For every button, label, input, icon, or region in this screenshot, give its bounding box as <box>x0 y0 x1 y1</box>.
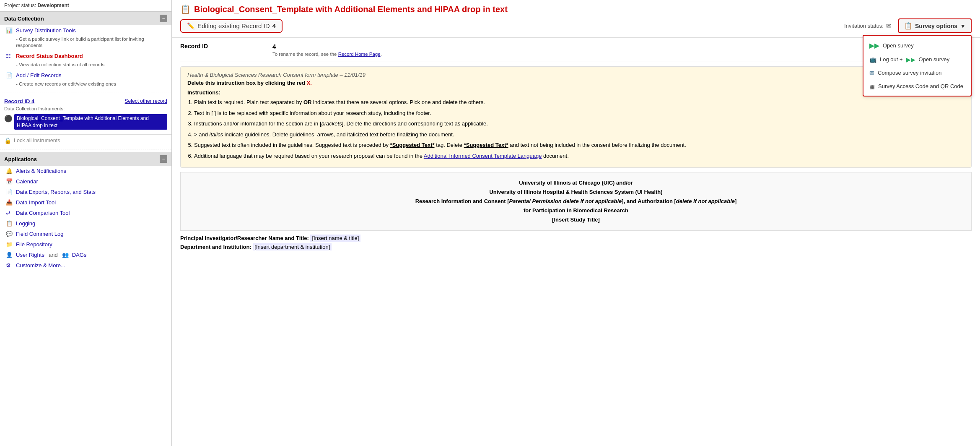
department-label: Department and Institution: <box>180 244 251 250</box>
sidebar-label-alerts: Alerts & Notifications <box>16 168 66 174</box>
collapse-data-collection-btn[interactable]: − <box>160 15 167 22</box>
dropdown-compose-invitation[interactable]: ✉ Compose survey invitation <box>863 66 971 80</box>
survey-distribution-icon: 📊 <box>6 27 13 34</box>
invitation-status-label: Invitation status: <box>844 23 884 29</box>
department-value: [Insert department & institution] <box>253 243 332 250</box>
data-collection-section: Data Collection − <box>0 11 171 25</box>
record-id-field-row: Record ID 4 To rename the record, see th… <box>180 38 972 62</box>
calendar-icon: 📅 <box>6 178 13 185</box>
list-item: Instructions and/or information for the … <box>194 120 964 128</box>
lock-instruments-btn[interactable]: 🔒 Lock all instruments <box>0 135 171 146</box>
project-status-value: Development <box>37 3 69 8</box>
sidebar-item-alerts[interactable]: 🔔 Alerts & Notifications <box>0 166 171 176</box>
select-other-record-link[interactable]: Select other record <box>125 98 167 104</box>
field-comment-icon: 💬 <box>6 231 13 237</box>
record-status-icon: ☷ <box>6 53 13 59</box>
sidebar-label-survey-distribution: Survey Distribution Tools <box>16 27 76 34</box>
sidebar-label-data-import: Data Import Tool <box>16 199 56 206</box>
dropdown-open-survey[interactable]: ▶▶ Open survey <box>863 38 971 53</box>
compose-invitation-label: Compose survey invitation <box>878 70 941 76</box>
form-title-text: Biological_Consent_Template with Additio… <box>194 5 508 14</box>
sidebar-item-user-rights[interactable]: 👤 User Rights and 👥 DAGs <box>0 250 171 260</box>
sidebar-item-survey-distribution[interactable]: 📊 Survey Distribution Tools <box>0 25 171 36</box>
sidebar-item-calendar[interactable]: 📅 Calendar <box>0 176 171 187</box>
university-line-3: Research Information and Consent [Parent… <box>187 197 964 206</box>
invitation-status: Invitation status: ✉ <box>844 22 892 30</box>
open-survey-label-2: Open survey <box>919 56 950 63</box>
and-label: and <box>49 252 58 258</box>
collapse-applications-btn[interactable]: − <box>160 155 167 163</box>
list-item: Additional language that may be required… <box>194 152 964 160</box>
survey-dropdown: ▶▶ Open survey 📺 Log out + ▶▶ Open surve… <box>863 35 972 97</box>
dags-icon: 👥 <box>62 252 70 258</box>
data-collection-header: Data Collection <box>4 16 44 22</box>
sidebar-item-data-comparison[interactable]: ⇄ Data Comparison Tool <box>0 208 171 218</box>
user-rights-icon: 👤 <box>6 252 13 258</box>
qr-icon: ▦ <box>869 83 875 90</box>
main-header: 📋 Biological_Consent_Template with Addit… <box>172 0 980 38</box>
email-icon: ✉ <box>886 22 892 30</box>
header-bar: ✏️ Editing existing Record ID 4 Invitati… <box>180 18 972 33</box>
principal-label: Principal Investigator/Researcher Name a… <box>180 235 309 241</box>
instrument-radio-icon: ⚫ <box>4 115 12 123</box>
university-line-5: [Insert Study Title] <box>187 215 964 224</box>
sidebar-label-field-comment: Field Comment Log <box>16 231 63 237</box>
file-repo-icon: 📁 <box>6 241 13 248</box>
logout-open-label: Log out + <box>880 56 903 63</box>
principal-investigator-row: Principal Investigator/Researcher Name a… <box>180 235 972 241</box>
record-id-link[interactable]: Record ID 4 <box>4 98 34 104</box>
data-comparison-icon: ⇄ <box>6 210 13 216</box>
sidebar-label-logging: Logging <box>16 220 35 227</box>
sidebar-label-file-repo: File Repository <box>16 241 52 248</box>
dropdown-access-code[interactable]: ▦ Survey Access Code and QR Code <box>863 80 971 93</box>
university-line-2: University of Illinois Hospital & Health… <box>187 188 964 197</box>
sidebar-item-record-status[interactable]: ☷ Record Status Dashboard <box>0 51 171 61</box>
sidebar-label-record-status: Record Status Dashboard <box>16 53 83 59</box>
survey-options-container: 📋 Survey options ▼ ▶▶ Open survey 📺 Log … <box>898 18 972 33</box>
project-status: Project status: Development <box>0 0 171 11</box>
lock-icon: 🔒 <box>4 137 11 144</box>
sidebar-item-logging[interactable]: 📋 Logging <box>0 218 171 229</box>
record-id-row: Record ID 4 Select other record <box>4 98 167 104</box>
editing-badge: ✏️ Editing existing Record ID 4 <box>180 19 283 33</box>
instructions-box: Health & Biological Sciences Research Co… <box>180 66 972 168</box>
sidebar-label-calendar: Calendar <box>16 178 38 185</box>
sidebar-label-user-rights: User Rights <box>16 252 44 258</box>
form-title-icon: 📋 <box>180 4 191 14</box>
bell-icon: 🔔 <box>6 168 13 174</box>
sidebar-item-data-import[interactable]: 📥 Data Import Tool <box>0 197 171 208</box>
record-id-field-label: Record ID <box>180 43 264 50</box>
sidebar-label-dags: DAGs <box>72 252 87 258</box>
list-item: Text in [ ] is to be replaced with speci… <box>194 109 964 117</box>
survey-options-button[interactable]: 📋 Survey options ▼ <box>898 18 972 33</box>
principal-value: [Insert name & title] <box>310 235 360 242</box>
university-line-1: University of Illinois at Chicago (UIC) … <box>187 178 964 188</box>
sidebar-item-add-edit[interactable]: 📄 Add / Edit Records <box>0 70 171 81</box>
university-section: University of Illinois at Chicago (UIC) … <box>180 172 972 231</box>
add-edit-icon: 📄 <box>6 72 13 78</box>
sidebar-item-field-comment[interactable]: 💬 Field Comment Log <box>0 229 171 239</box>
instructions-list: Plain text is required. Plain text separ… <box>194 98 964 160</box>
form-body: Record ID 4 To rename the record, see th… <box>172 38 980 258</box>
sidebar-desc-survey-distribution: - Get a public survey link or build a pa… <box>0 36 171 51</box>
sidebar-item-file-repo[interactable]: 📁 File Repository <box>0 239 171 250</box>
instrument-name[interactable]: Biological_Consent_Template with Additio… <box>14 114 167 130</box>
delete-note: Delete this instruction box by clicking … <box>187 80 964 86</box>
data-import-icon: 📥 <box>6 199 13 206</box>
open-icon-green: ▶▶ <box>906 56 915 63</box>
sidebar-label-add-edit: Add / Edit Records <box>16 72 61 78</box>
open-survey-label: Open survey <box>883 42 914 49</box>
instruments-label: Data Collection Instruments: <box>4 106 167 111</box>
sidebar-item-customize[interactable]: ⚙ Customize & More... <box>0 260 171 271</box>
record-home-link[interactable]: Record Home Page <box>338 52 381 57</box>
mail-icon: ✉ <box>869 70 874 76</box>
instructions-bold: Instructions: <box>187 89 964 96</box>
sidebar-label-data-exports: Data Exports, Reports, and Stats <box>16 189 96 195</box>
pencil-icon: ✏️ <box>187 22 195 30</box>
dropdown-logout-open[interactable]: 📺 Log out + ▶▶ Open survey <box>863 53 971 66</box>
additional-consent-link[interactable]: Additional Informed Consent Template Lan… <box>424 153 542 159</box>
sidebar-item-data-exports[interactable]: 📄 Data Exports, Reports, and Stats <box>0 187 171 197</box>
sidebar-desc-record-status: - View data collection status of all rec… <box>0 61 171 70</box>
editing-badge-text: Editing existing Record ID <box>197 22 270 29</box>
list-item: Plain text is required. Plain text separ… <box>194 98 964 107</box>
